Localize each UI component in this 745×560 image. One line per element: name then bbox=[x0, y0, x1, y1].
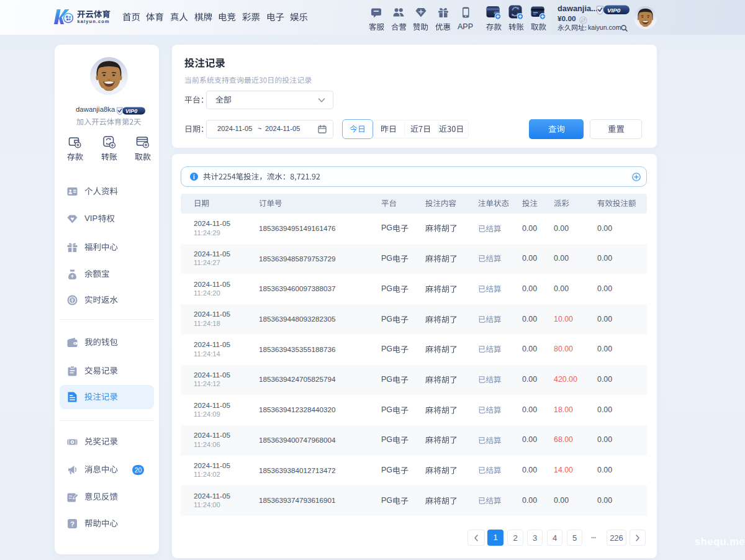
svg-text:VIP0: VIP0 bbox=[125, 108, 137, 114]
svg-text:VIP0: VIP0 bbox=[607, 7, 621, 14]
svg-text:?: ? bbox=[70, 520, 74, 528]
